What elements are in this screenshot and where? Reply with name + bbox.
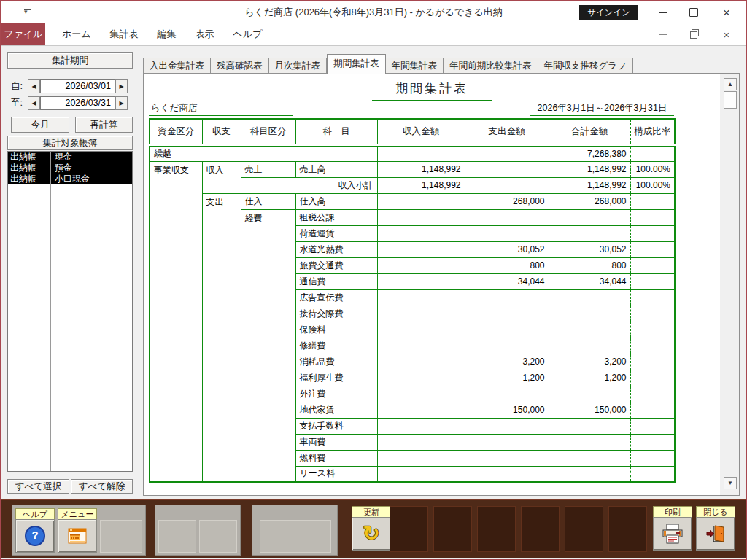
table-cell: 34,044 — [465, 273, 549, 289]
child-restore-button[interactable] — [679, 23, 708, 45]
scroll-thumb[interactable] — [724, 91, 737, 109]
minimize-icon — [659, 12, 667, 13]
child-minimize-button[interactable] — [649, 23, 678, 45]
report-company: らくだ商店 — [149, 102, 293, 116]
table-cell: 消耗品費 — [295, 354, 377, 370]
date-from-next-button[interactable]: ▶ — [115, 79, 128, 93]
date-to-next-button[interactable]: ▶ — [115, 96, 128, 110]
signin-button[interactable]: サインイン — [579, 5, 638, 20]
menu-item-3[interactable]: 編集 — [148, 23, 186, 45]
titlebar: らくだ商店 (2026年(令和8年)3月31日) - かるがるできる出納 サイン… — [1, 1, 746, 23]
table-cell — [377, 370, 465, 386]
book-list-item[interactable]: 出納帳現金 — [8, 152, 132, 163]
toolbar-group-2 — [155, 505, 241, 556]
book-type: 出納帳 — [10, 152, 36, 163]
scroll-up-button[interactable]: ▲ — [724, 78, 737, 90]
book-name: 現金 — [55, 152, 72, 163]
period-header: 集計期間 — [7, 52, 133, 69]
table-cell: 通信費 — [295, 273, 377, 289]
table-cell — [549, 225, 630, 241]
date-from-label: 自: — [11, 79, 23, 93]
tab-1[interactable]: 残高確認表 — [211, 58, 269, 74]
recalculate-button[interactable]: 再計算 — [75, 117, 133, 133]
table-cell — [630, 338, 675, 354]
table-cell — [630, 241, 675, 257]
date-to-prev-button[interactable]: ◀ — [28, 96, 40, 110]
menu-item-1[interactable]: ホーム — [53, 23, 101, 45]
close-icon: × — [723, 7, 730, 19]
table-cell — [549, 450, 630, 466]
date-from-prev-button[interactable]: ◀ — [28, 79, 40, 93]
menu-button[interactable]: メニュー — [58, 508, 97, 553]
select-all-button[interactable]: すべて選択 — [7, 479, 69, 494]
column-header: 科 目 — [295, 119, 377, 145]
table-row: 繰越7,268,380 — [150, 145, 675, 161]
tab-3-active[interactable]: 期間集計表 — [327, 54, 386, 74]
close-button[interactable]: × — [712, 1, 741, 23]
table-cell — [377, 434, 465, 450]
tab-5[interactable]: 年間前期比較集計表 — [444, 58, 538, 74]
menu-icon — [68, 528, 87, 544]
maximize-button[interactable] — [679, 1, 708, 23]
table-cell: 1,148,992 — [377, 177, 465, 193]
table-cell — [630, 257, 675, 273]
date-from-field[interactable]: 2026/03/01 — [40, 79, 115, 93]
table-cell — [377, 193, 465, 209]
table-cell: 荷造運賃 — [295, 225, 377, 241]
table-cell — [377, 354, 465, 370]
menu-item-5[interactable]: ヘルプ — [224, 23, 272, 45]
table-cell: 収入 — [202, 161, 241, 193]
table-cell: 1,200 — [549, 370, 630, 386]
table-cell — [377, 306, 465, 322]
table-cell: 34,044 — [549, 273, 630, 289]
refresh-button[interactable]: 更新 ↻ — [352, 506, 391, 551]
table-cell — [630, 209, 675, 225]
table-cell — [630, 273, 675, 289]
table-cell: 100.00% — [630, 177, 675, 193]
table-cell — [549, 386, 630, 402]
table-cell — [465, 418, 549, 434]
menu-item-4[interactable]: 表示 — [186, 23, 224, 45]
tab-6[interactable]: 年間収支推移グラフ — [538, 58, 633, 74]
table-cell — [630, 145, 675, 161]
date-to-field[interactable]: 2026/03/31 — [40, 96, 115, 110]
tab-0[interactable]: 入出金集計表 — [143, 58, 211, 74]
table-cell: 仕入高 — [295, 193, 377, 209]
print-button[interactable]: 印刷 — [653, 506, 692, 551]
table-cell: 30,052 — [465, 241, 549, 257]
help-button-label: ヘルプ — [15, 508, 55, 519]
table-cell — [630, 418, 675, 434]
table-cell — [377, 241, 465, 257]
child-close-icon: × — [724, 29, 730, 40]
this-month-button[interactable]: 今月 — [11, 117, 69, 133]
child-restore-icon — [690, 31, 697, 39]
sidebar: 集計期間 自: ◀ 2026/03/01 ▶ 至: ◀ 2026/03/31 ▶… — [6, 46, 136, 499]
scroll-down-button[interactable]: ▼ — [724, 477, 737, 489]
report-table: 資金区分収支科目区分科 目収入金額支出金額合計金額構成比率繰越7,268,380… — [149, 118, 676, 483]
vertical-scrollbar[interactable]: ▲ ▼ — [724, 78, 737, 489]
tab-2[interactable]: 月次集計表 — [269, 58, 328, 74]
table-cell: 800 — [465, 257, 549, 273]
table-cell: 3,200 — [465, 354, 549, 370]
help-button[interactable]: ヘルプ ? — [15, 508, 55, 553]
table-cell: 30,052 — [549, 241, 630, 257]
table-header-row: 資金区分収支科目区分科 目収入金額支出金額合計金額構成比率 — [150, 119, 675, 145]
book-list-item[interactable]: 出納帳小口現金 — [8, 174, 132, 184]
table-cell — [377, 225, 465, 241]
table-cell — [630, 289, 675, 306]
minimize-button[interactable] — [649, 1, 678, 23]
table-cell — [465, 209, 549, 225]
table-cell — [465, 434, 549, 450]
deselect-all-button[interactable]: すべて解除 — [71, 479, 133, 494]
menu-file[interactable]: ファイル — [1, 23, 45, 45]
table-cell — [377, 402, 465, 418]
table-cell: 3,200 — [549, 354, 630, 370]
close-screen-button[interactable]: 閉じる — [696, 506, 735, 551]
menu-item-2[interactable]: 集計表 — [101, 23, 148, 45]
book-list-item[interactable]: 出納帳預金 — [8, 163, 132, 174]
books-listbox[interactable]: 出納帳現金出納帳預金出納帳小口現金 — [7, 151, 133, 472]
bottom-toolbar: ヘルプ ? メニュー — [1, 499, 746, 558]
tab-4[interactable]: 年間集計表 — [386, 58, 444, 74]
table-cell — [549, 322, 630, 338]
child-close-button[interactable]: × — [712, 23, 741, 45]
